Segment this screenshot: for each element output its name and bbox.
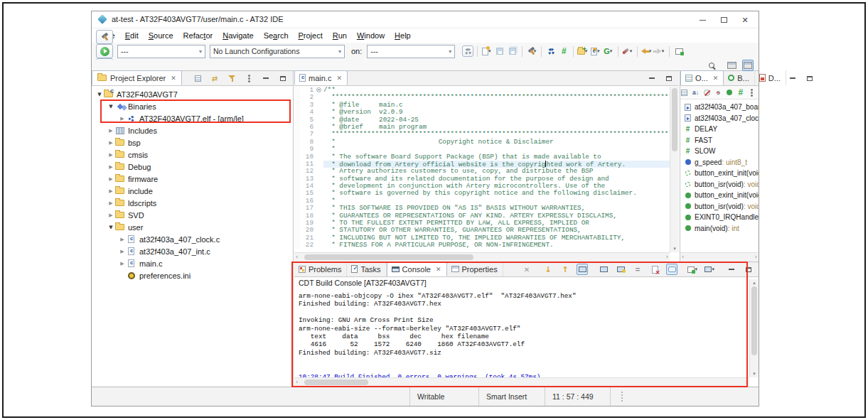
build-icon[interactable]: ▾ — [526, 45, 537, 57]
launch-rocket-icon[interactable]: ▾ — [622, 45, 633, 57]
save-all-icon[interactable] — [507, 45, 518, 57]
outline-item[interactable]: #FAST — [680, 135, 759, 146]
hide-fields-icon[interactable] — [704, 87, 710, 98]
close-icon[interactable]: ✕ — [713, 75, 719, 82]
tree-item[interactable]: ▶AT32F403AVGT7.elf - [arm/le] — [92, 112, 293, 124]
show-console-on-output-icon[interactable] — [577, 264, 588, 275]
outline-item[interactable]: main(void) : int — [680, 223, 759, 235]
tree-item[interactable]: ▶at32f403a_407_clock.c — [92, 233, 293, 245]
menu-search[interactable]: Search — [259, 30, 294, 41]
tab-main-c[interactable]: main.c ✕ — [294, 70, 348, 85]
minimize-icon[interactable] — [787, 72, 798, 84]
maximize-icon[interactable] — [663, 72, 675, 84]
minimize-window-button[interactable] — [692, 11, 713, 28]
editor-vertical-scrollbar[interactable]: ▾ — [670, 87, 679, 252]
tree-item[interactable]: ▶Debug — [92, 161, 293, 173]
dropdown-chevron-icon[interactable]: ▾ — [662, 48, 665, 54]
close-window-button[interactable]: ✕ — [734, 11, 756, 28]
menu-project[interactable]: Project — [294, 30, 328, 41]
run-icon[interactable] — [96, 44, 113, 58]
view-menu-icon[interactable] — [749, 87, 755, 98]
maximize-icon[interactable] — [277, 72, 289, 84]
outline-item[interactable]: button_isr(void) : void — [680, 201, 759, 212]
tree-expand-arrow[interactable]: ▶ — [107, 176, 114, 182]
tree-expand-arrow[interactable]: ▶ — [107, 164, 114, 170]
tree-item[interactable]: ▼AT32F403AVGT7 — [92, 88, 293, 100]
minimize-icon[interactable] — [726, 264, 737, 275]
tree-item[interactable]: ▶main.c — [92, 257, 293, 269]
terminate-icon[interactable]: ✕ — [521, 264, 532, 275]
view-menu-icon[interactable] — [243, 72, 254, 84]
tree-expand-arrow[interactable]: ▶ — [119, 261, 126, 266]
link-with-editor-icon[interactable]: ⇄ — [209, 72, 220, 84]
menu-navigate[interactable]: Navigate — [218, 30, 258, 41]
new-cfile-icon[interactable]: ▾ — [590, 45, 601, 57]
tree-item[interactable]: ▶Includes — [92, 124, 293, 136]
filter-icon[interactable] — [226, 72, 237, 84]
fold-minus-icon[interactable] — [316, 87, 321, 92]
collapse-all-icon[interactable] — [681, 87, 687, 98]
tree-expand-arrow[interactable]: ▶ — [119, 249, 126, 254]
outline-item[interactable]: button_exint_init(void) : void — [680, 190, 759, 201]
maximize-icon[interactable] — [743, 264, 754, 275]
tree-item[interactable]: ▼user — [92, 221, 293, 233]
menu-edit[interactable]: Edit — [120, 30, 144, 41]
outline-item[interactable]: #DELAY — [680, 124, 759, 135]
maximize-window-button[interactable] — [713, 11, 734, 28]
scroll-lock-icon[interactable] — [666, 264, 677, 275]
open-perspective-icon[interactable] — [726, 60, 737, 71]
tab-problems[interactable]: Problems — [294, 262, 347, 276]
outline-item[interactable]: button_isr(void) : void — [680, 179, 759, 190]
connection-combo[interactable]: ---▾ — [367, 45, 455, 58]
dropdown-chevron-icon[interactable]: ▾ — [597, 48, 600, 54]
hide-static-icon[interactable]: s — [715, 87, 722, 98]
launch-config-combo[interactable]: No Launch Configurations▾ — [210, 45, 345, 58]
outline-item[interactable]: EXINT0_IRQHandler(void) : void — [680, 212, 759, 223]
build-target-combo[interactable]: ---▾ — [117, 45, 205, 58]
tab-o[interactable]: O...✕ — [680, 70, 724, 85]
outline-item[interactable]: button_exint_init(void) : void — [680, 168, 759, 179]
hide-inactive-icon[interactable]: # — [738, 87, 744, 98]
new-console-view-icon[interactable]: ▾ — [704, 264, 716, 275]
debug-gear-icon[interactable] — [545, 45, 557, 57]
tree-item[interactable]: ▶ldscripts — [92, 197, 293, 209]
forward-icon[interactable]: ▾ — [654, 45, 665, 57]
menu-window[interactable]: Window — [352, 30, 390, 41]
menu-refactor[interactable]: Refactor — [178, 30, 218, 41]
build-hammer-icon[interactable] — [96, 30, 113, 44]
tab-d[interactable]: D... — [755, 70, 786, 85]
tree-expand-arrow[interactable]: ▶ — [107, 128, 114, 134]
build-hash-icon[interactable]: # — [558, 45, 569, 57]
tree-expand-arrow[interactable]: ▶ — [107, 152, 114, 158]
previous-annotation-icon[interactable]: ↑ — [559, 264, 571, 275]
minimize-icon[interactable] — [646, 72, 658, 84]
hide-non-public-icon[interactable] — [727, 87, 733, 98]
save-icon[interactable] — [494, 45, 505, 57]
clear-console-icon[interactable] — [649, 264, 660, 275]
open-console-icon[interactable]: ▾ — [687, 264, 699, 275]
outline-item[interactable]: #SLOW — [680, 146, 759, 157]
close-icon[interactable]: ✕ — [336, 75, 342, 82]
tab-project-explorer[interactable]: Project Explorer ✕ — [92, 70, 182, 85]
tree-item[interactable]: ▶at32f403a_407_int.c — [92, 245, 293, 257]
tree-item[interactable]: ▶bsp — [92, 136, 293, 149]
tree-expand-arrow[interactable]: ▼ — [96, 92, 103, 97]
console-horizontal-scrollbar[interactable]: ‹› — [294, 377, 749, 387]
next-annotation-icon[interactable]: ↓ — [542, 264, 554, 275]
console-vertical-scrollbar[interactable]: ▴▾ — [749, 279, 759, 377]
dropdown-chevron-icon[interactable]: ▾ — [610, 48, 613, 54]
back-icon[interactable]: ▾ — [641, 45, 653, 57]
tree-item[interactable]: ▶firmware — [92, 173, 293, 185]
tree-item[interactable]: ▶cmsis — [92, 149, 293, 161]
console-output[interactable]: arm-none-eabi-objcopy -O ihex "AT32F403A… — [294, 291, 749, 377]
tree-expand-arrow[interactable]: ▼ — [107, 104, 114, 109]
tab-b[interactable]: B... — [724, 70, 755, 85]
pin-console-icon[interactable] — [598, 264, 609, 275]
menu-run[interactable]: Run — [328, 30, 352, 41]
close-icon[interactable]: ✕ — [171, 75, 176, 82]
new-project-icon[interactable]: ▾ — [577, 45, 589, 57]
minimize-icon[interactable] — [260, 72, 272, 84]
display-selected-console-icon[interactable] — [615, 264, 626, 275]
tree-expand-arrow[interactable]: ▶ — [119, 237, 126, 242]
editor-text-area[interactable]: 1/**2 **********************************… — [294, 87, 670, 252]
